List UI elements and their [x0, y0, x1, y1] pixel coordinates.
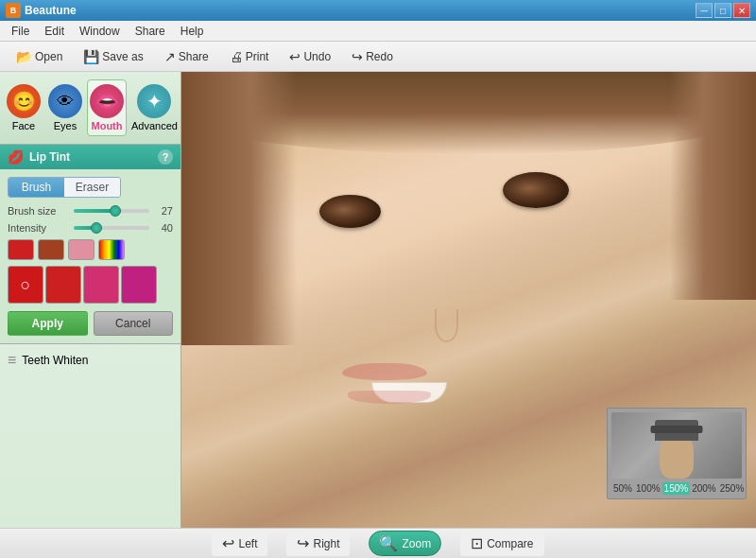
print-button[interactable]: 🖨 Print: [221, 45, 278, 68]
zoom-150[interactable]: 150%: [662, 482, 691, 495]
open-label: Open: [35, 50, 62, 63]
mouth-icon: 👄: [95, 90, 119, 113]
large-color-row: [8, 266, 173, 304]
zoom-button[interactable]: 🔍 Zoom: [369, 531, 441, 556]
menu-bar: File Edit Window Share Help: [0, 21, 756, 42]
intensity-row: Intensity 40: [8, 222, 173, 234]
canvas-area[interactable]: × 50% 100% 150% 200% 250%: [181, 72, 756, 528]
color-swatch-red[interactable]: [8, 239, 34, 260]
tool-mouth[interactable]: 👄 Mouth: [87, 79, 127, 136]
eyes-icon: 👁: [57, 92, 74, 112]
redo-label: Redo: [366, 50, 393, 63]
thumbnail-image: [611, 412, 742, 479]
advanced-label: Advanced: [131, 120, 178, 131]
print-label: Print: [246, 50, 269, 63]
share-button[interactable]: ↗ Share: [156, 45, 217, 68]
share-label: Share: [179, 50, 209, 63]
right-label: Right: [313, 537, 339, 550]
compare-label: Compare: [487, 537, 533, 550]
tool-face[interactable]: 😊 Face: [4, 79, 43, 136]
menu-window[interactable]: Window: [72, 23, 128, 40]
close-button[interactable]: ✕: [733, 3, 750, 18]
tool-icons-row: 😊 Face 👁 Eyes 👄 Mouth ✦ Advanc: [0, 72, 180, 145]
intensity-track[interactable]: [74, 226, 149, 230]
undo-button[interactable]: ↩ Undo: [281, 45, 339, 68]
right-button[interactable]: ↪ Right: [286, 531, 350, 556]
left-button[interactable]: ↩ Left: [212, 531, 267, 556]
zoom-200[interactable]: 200%: [690, 482, 718, 495]
redo-icon: ↪: [352, 49, 363, 64]
advanced-icon: ✦: [146, 90, 163, 113]
menu-share[interactable]: Share: [128, 23, 173, 40]
open-button[interactable]: 📂 Open: [8, 45, 71, 68]
main-layout: 😊 Face 👁 Eyes 👄 Mouth ✦ Advanc: [0, 72, 756, 528]
nose: [435, 309, 458, 342]
open-icon: 📂: [16, 49, 32, 64]
undo-label: Undo: [303, 50, 331, 63]
eyes-label: Eyes: [54, 120, 77, 131]
color-swatch-brown[interactable]: [38, 239, 64, 260]
eyes-icon-circle: 👁: [48, 84, 82, 118]
apply-button[interactable]: Apply: [8, 311, 88, 336]
large-swatch-4[interactable]: [121, 266, 157, 304]
intensity-value: 40: [149, 222, 173, 234]
compare-button[interactable]: ⊡ Compare: [460, 531, 543, 556]
redo-button[interactable]: ↪ Redo: [343, 45, 402, 68]
menu-edit[interactable]: Edit: [37, 23, 72, 40]
share-icon: ↗: [164, 49, 176, 64]
help-button[interactable]: ?: [158, 149, 173, 165]
tool-advanced[interactable]: ✦ Advanced: [129, 79, 180, 136]
intensity-thumb[interactable]: [91, 222, 102, 234]
color-swatch-rainbow[interactable]: [98, 239, 125, 260]
brush-eraser-toggle: Brush Eraser: [8, 177, 121, 198]
minimize-button[interactable]: ─: [696, 3, 713, 18]
brush-size-value: 27: [149, 205, 173, 217]
brush-size-row: Brush size 27: [8, 205, 173, 217]
title-bar: B Beautune ─ □ ✕: [0, 0, 756, 21]
menu-help[interactable]: Help: [173, 23, 212, 40]
bottom-toolbar: ↩ Left ↪ Right 🔍 Zoom ⊡ Compare: [0, 528, 756, 558]
zoom-50[interactable]: 50%: [611, 482, 634, 495]
color-swatch-pink[interactable]: [68, 239, 94, 260]
teeth-icon: ≡: [8, 352, 16, 369]
window-controls: ─ □ ✕: [696, 3, 750, 18]
saveas-button[interactable]: 💾 Save as: [75, 45, 151, 68]
brush-btn[interactable]: Brush: [9, 178, 64, 197]
maximize-button[interactable]: □: [714, 3, 731, 18]
teeth-label: Teeth Whiten: [22, 354, 88, 367]
teeth-whiten-section[interactable]: ≡ Teeth Whiten: [0, 344, 180, 376]
eraser-btn[interactable]: Eraser: [64, 178, 120, 197]
upper-lip: [342, 363, 427, 380]
window-title: Beautune: [25, 4, 696, 17]
brush-size-thumb[interactable]: [110, 205, 121, 217]
main-toolbar: 📂 Open 💾 Save as ↗ Share 🖨 Print ↩ Undo …: [0, 42, 756, 72]
zoom-icon: 🔍: [379, 534, 398, 552]
zoom-100[interactable]: 100%: [634, 482, 662, 495]
lip-tint-header: 💋 Lip Tint ?: [0, 145, 180, 169]
lip-tint-icon: 💋: [8, 149, 24, 165]
advanced-icon-circle: ✦: [137, 84, 171, 118]
brush-size-label: Brush size: [8, 205, 74, 217]
zoom-label: Zoom: [402, 537, 431, 550]
large-swatch-1[interactable]: [8, 266, 43, 304]
cancel-button[interactable]: Cancel: [94, 311, 174, 336]
lip-tint-section: 💋 Lip Tint ? Brush Eraser Brush size: [0, 145, 180, 344]
right-icon: ↪: [297, 534, 309, 552]
large-swatch-2[interactable]: [45, 266, 81, 304]
large-swatch-3[interactable]: [83, 266, 119, 304]
mouth-icon-circle: 👄: [90, 84, 124, 118]
compare-icon: ⊡: [471, 534, 483, 552]
saveas-icon: 💾: [83, 49, 99, 64]
brush-size-track[interactable]: [74, 209, 149, 213]
face-icon-circle: 😊: [7, 84, 41, 118]
print-icon: 🖨: [230, 49, 243, 64]
app-icon: B: [6, 3, 21, 18]
intensity-label: Intensity: [8, 222, 74, 234]
face-icon: 😊: [12, 90, 36, 113]
left-icon: ↩: [222, 534, 234, 552]
tool-eyes[interactable]: 👁 Eyes: [45, 79, 85, 136]
zoom-250[interactable]: 250%: [718, 482, 747, 495]
menu-file[interactable]: File: [4, 23, 37, 40]
left-label: Left: [238, 537, 257, 550]
mouth-label: Mouth: [92, 120, 123, 131]
